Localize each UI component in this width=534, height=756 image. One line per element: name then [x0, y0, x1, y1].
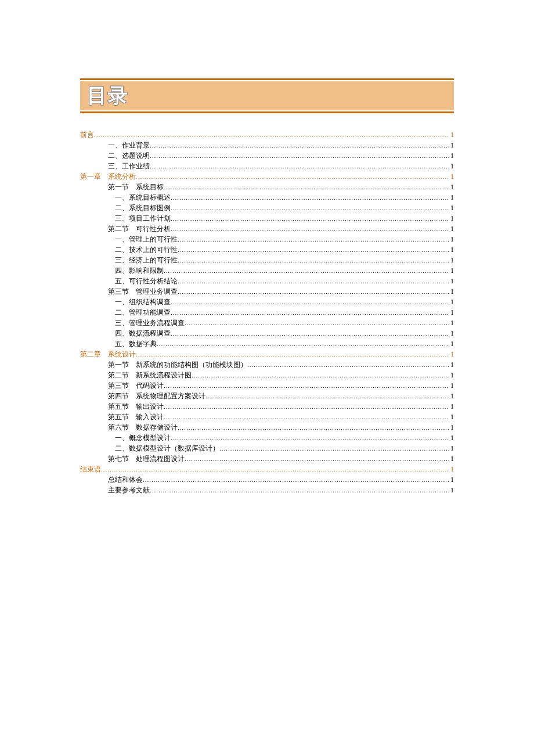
toc-entry-label: 总结和体会 [108, 474, 143, 485]
toc-leader-dots [157, 339, 449, 346]
title-banner-inner: 目录 [80, 81, 454, 110]
toc-entry-page: 1 [449, 203, 454, 213]
toc-entry: 一、系统目标概述1 [80, 192, 454, 203]
toc-leader-dots [94, 130, 449, 137]
toc-entry-page: 1 [449, 129, 454, 140]
toc-entry: 第七节 处理流程图设计1 [80, 453, 454, 464]
toc-entry-label: 第五节 输出设计 [108, 401, 164, 412]
toc-leader-dots [136, 350, 449, 357]
toc-entry: 五、可行性分析结论1 [80, 276, 454, 286]
toc-entry: 第六节 数据存储设计1 [80, 422, 454, 433]
toc-leader-dots [178, 235, 449, 242]
toc-entry-page: 1 [449, 485, 454, 495]
toc-entry: 二、系统目标图例1 [80, 203, 454, 213]
toc-entry: 第三节 管理业务调查1 [80, 286, 454, 297]
toc-entry-label: 一、管理上的可行性 [115, 234, 178, 244]
toc-entry: 四、数据流程调查1 [80, 328, 454, 339]
toc-entry: 一、管理上的可行性1 [80, 234, 454, 244]
toc-leader-dots [171, 308, 449, 315]
toc-entry-page: 1 [449, 286, 454, 297]
toc-entry-label: 三、管理业务流程调查 [115, 318, 185, 328]
toc-entry-page: 1 [449, 244, 454, 255]
toc-leader-dots [143, 475, 449, 482]
toc-entry-page: 1 [449, 453, 454, 464]
toc-entry: 结束语1 [80, 464, 454, 474]
toc-entry-page: 1 [449, 255, 454, 265]
toc-leader-dots [171, 203, 449, 210]
toc-entry: 主要参考文献1 [80, 485, 454, 495]
toc-entry-page: 1 [449, 370, 454, 380]
toc-entry: 二、技术上的可行性1 [80, 244, 454, 255]
toc-entry-page: 1 [449, 265, 454, 276]
toc-leader-dots [150, 141, 449, 147]
toc-entry-page: 1 [449, 391, 454, 401]
toc-entry: 第二节 新系统流程设计图1 [80, 370, 454, 380]
toc-entry: 一、概念模型设计1 [80, 433, 454, 443]
toc-entry-page: 1 [449, 443, 454, 453]
toc-entry-page: 1 [449, 276, 454, 286]
toc-entry-label: 第二节 新系统流程设计图 [108, 370, 192, 380]
toc-entry: 第一节 新系统的功能结构图（功能模块图）1 [80, 359, 454, 370]
toc-entry-label: 二、技术上的可行性 [115, 244, 178, 255]
toc-entry-page: 1 [449, 140, 454, 150]
toc-entry: 第四节 系统物理配置方案设计1 [80, 391, 454, 401]
toc-entry: 第二章 系统设计1 [80, 349, 454, 359]
toc-entry-page: 1 [449, 182, 454, 192]
toc-entry-label: 五、可行性分析结论 [115, 276, 178, 286]
title-banner: 目录 [80, 78, 454, 113]
toc-entry-page: 1 [449, 433, 454, 443]
toc-entry-label: 二、系统目标图例 [115, 203, 171, 213]
toc-entry: 三、工作业绩1 [80, 161, 454, 171]
toc-entry-label: 第二章 系统设计 [80, 349, 136, 359]
toc-leader-dots [192, 370, 449, 377]
toc-entry-page: 1 [449, 401, 454, 412]
toc-entry-page: 1 [449, 297, 454, 307]
toc-leader-dots [171, 193, 449, 200]
toc-entry-page: 1 [449, 318, 454, 328]
toc-entry-label: 四、影响和限制 [115, 265, 164, 276]
toc-entry: 第三节 代码设计1 [80, 380, 454, 391]
toc-entry: 三、经济上的可行性1 [80, 255, 454, 265]
toc-leader-dots [164, 182, 449, 189]
toc-leader-dots [164, 266, 449, 273]
toc-entry-page: 1 [449, 192, 454, 203]
toc-leader-dots [185, 318, 449, 325]
toc-entry: 第五节 输入设计1 [80, 412, 454, 422]
toc-leader-dots [247, 360, 449, 367]
toc-entry: 第一节 系统目标1 [80, 182, 454, 192]
toc-leader-dots [150, 485, 449, 492]
toc-leader-dots [171, 297, 449, 304]
toc-entry-label: 二、选题说明 [108, 150, 150, 161]
toc-entry-page: 1 [449, 380, 454, 391]
toc-entry-label: 第一节 新系统的功能结构图（功能模块图） [108, 359, 247, 370]
toc-leader-dots [150, 151, 449, 158]
toc-entry-page: 1 [449, 464, 454, 474]
toc-entry-label: 三、经济上的可行性 [115, 255, 178, 265]
toc-entry-label: 第三节 管理业务调查 [108, 286, 178, 297]
toc-entry: 二、管理功能调查1 [80, 307, 454, 318]
toc-leader-dots [164, 381, 449, 388]
toc-entry: 一、组织结构调查1 [80, 297, 454, 307]
toc-entry-label: 三、项目工作计划 [115, 213, 171, 224]
toc-entry: 总结和体会1 [80, 474, 454, 485]
toc-entry-label: 第七节 处理流程图设计 [108, 453, 185, 464]
toc-entry-label: 第一章 系统分析 [80, 171, 136, 182]
toc-leader-dots [178, 276, 449, 283]
toc-leader-dots [178, 287, 449, 294]
toc-leader-dots [136, 172, 449, 179]
toc-leader-dots [164, 412, 449, 419]
toc-entry-label: 一、概念模型设计 [115, 433, 171, 443]
toc-entry-label: 第六节 数据存储设计 [108, 422, 178, 433]
toc-entry-page: 1 [449, 161, 454, 171]
toc-entry: 第二节 可行性分析1 [80, 224, 454, 234]
toc-entry-label: 一、系统目标概述 [115, 192, 171, 203]
toc-entry: 前言1 [80, 129, 454, 140]
page-title: 目录 [87, 82, 129, 109]
toc-entry-page: 1 [449, 150, 454, 161]
toc-leader-dots [178, 255, 449, 262]
toc-entry-page: 1 [449, 412, 454, 422]
toc-entry-page: 1 [449, 359, 454, 370]
toc-leader-dots [101, 465, 449, 471]
toc-entry-page: 1 [449, 349, 454, 359]
toc-entry-page: 1 [449, 474, 454, 485]
